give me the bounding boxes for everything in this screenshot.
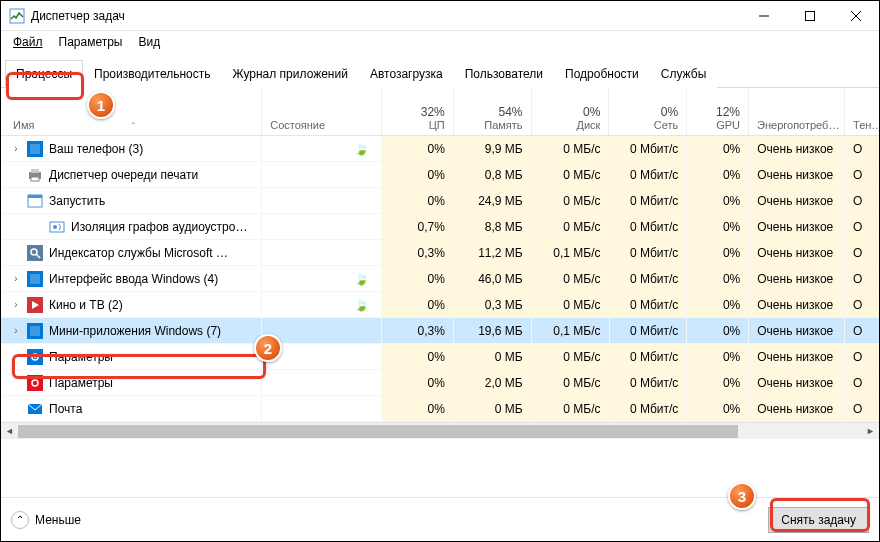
cell-disk: 0,1 МБ/с — [532, 318, 610, 343]
scroll-left-icon[interactable]: ◄ — [1, 423, 18, 440]
scroll-track[interactable] — [18, 423, 862, 439]
cell-trend: О — [845, 162, 879, 187]
col-power[interactable]: Энергопотреб… — [749, 88, 845, 135]
table-row[interactable]: Диспетчер очереди печати0%0,8 МБ0 МБ/с0 … — [1, 162, 879, 188]
cell-trend: О — [845, 188, 879, 213]
cell-power: Очень низкое — [749, 214, 845, 239]
col-trend[interactable]: Тен… — [845, 88, 879, 135]
process-icon — [27, 193, 43, 209]
process-name: Запустить — [49, 194, 105, 208]
cell-power: Очень низкое — [749, 188, 845, 213]
app-icon — [9, 8, 25, 24]
cell-state — [262, 214, 382, 239]
process-icon — [27, 141, 43, 157]
cell-disk: 0 МБ/с — [532, 188, 610, 213]
cell-gpu: 0% — [687, 214, 749, 239]
scroll-right-icon[interactable]: ► — [862, 423, 879, 440]
cell-trend: О — [845, 396, 879, 421]
cell-cpu: 0% — [382, 370, 454, 395]
cell-name: Диспетчер очереди печати — [1, 162, 262, 187]
menubar: Файл Параметры Вид — [1, 31, 879, 53]
scroll-thumb[interactable] — [18, 425, 738, 438]
table-row[interactable]: ›Мини-приложения Windows (7)0,3%19,6 МБ0… — [1, 318, 879, 344]
col-gpu[interactable]: 12% GPU — [687, 88, 749, 135]
expander-icon[interactable]: › — [9, 325, 23, 336]
cell-net: 0 Мбит/с — [610, 214, 688, 239]
table-row[interactable]: Изоляция графов аудиоустро…0,7%8,8 МБ0 М… — [1, 214, 879, 240]
cell-gpu: 0% — [687, 292, 749, 317]
expander-icon[interactable]: › — [9, 273, 23, 284]
col-cpu[interactable]: 32% ЦП — [382, 88, 454, 135]
cell-state: 🍃 — [262, 266, 382, 291]
menu-view[interactable]: Вид — [130, 33, 168, 51]
table-row[interactable]: Параметры0%0 МБ0 МБ/с0 Мбит/с0%Очень низ… — [1, 344, 879, 370]
chevron-up-icon: ⌃ — [11, 511, 29, 529]
tab-startup[interactable]: Автозагрузка — [359, 60, 454, 88]
cell-gpu: 0% — [687, 318, 749, 343]
col-name[interactable]: ⌃ Имя — [1, 88, 262, 135]
col-network[interactable]: 0% Сеть — [609, 88, 687, 135]
cell-disk: 0 МБ/с — [532, 266, 610, 291]
process-name: Ваш телефон (3) — [49, 142, 143, 156]
table-row[interactable]: Параметры0%2,0 МБ0 МБ/с0 Мбит/с0%Очень н… — [1, 370, 879, 396]
tab-performance[interactable]: Производительность — [83, 60, 221, 88]
cell-trend: О — [845, 370, 879, 395]
expander-icon[interactable]: › — [9, 143, 23, 154]
cell-disk: 0 МБ/с — [532, 162, 610, 187]
close-button[interactable] — [833, 1, 879, 31]
process-icon — [27, 323, 43, 339]
cell-name: Индексатор службы Microsoft … — [1, 240, 262, 265]
cell-gpu: 0% — [687, 162, 749, 187]
process-name: Изоляция графов аудиоустро… — [71, 220, 247, 234]
cell-net: 0 Мбит/с — [610, 370, 688, 395]
cell-power: Очень низкое — [749, 292, 845, 317]
svg-rect-9 — [31, 177, 39, 181]
titlebar: Диспетчер задач — [1, 1, 879, 31]
table-row[interactable]: ›Интерфейс ввода Windows (4)🍃0%46,0 МБ0 … — [1, 266, 879, 292]
leaf-icon: 🍃 — [354, 272, 369, 286]
table-row[interactable]: ›Ваш телефон (3)🍃0%9,9 МБ0 МБ/с0 Мбит/с0… — [1, 136, 879, 162]
cell-trend: О — [845, 292, 879, 317]
table-row[interactable]: ›Кино и ТВ (2)🍃0%0,3 МБ0 МБ/с0 Мбит/с0%О… — [1, 292, 879, 318]
tab-services[interactable]: Службы — [650, 60, 717, 88]
cell-gpu: 0% — [687, 370, 749, 395]
window-title: Диспетчер задач — [31, 9, 125, 23]
cell-state — [262, 240, 382, 265]
table-row[interactable]: Почта0%0 МБ0 МБ/с0 Мбит/с0%Очень низкоеО — [1, 396, 879, 422]
svg-rect-22 — [30, 326, 40, 336]
svg-rect-11 — [28, 195, 42, 198]
cell-disk: 0 МБ/с — [532, 214, 610, 239]
col-memory[interactable]: 54% Память — [454, 88, 532, 135]
svg-rect-14 — [27, 245, 43, 261]
horizontal-scrollbar[interactable]: ◄ ► — [1, 422, 879, 439]
minimize-button[interactable] — [741, 1, 787, 31]
expander-icon[interactable]: › — [9, 299, 23, 310]
cell-state — [262, 344, 382, 369]
menu-options[interactable]: Параметры — [51, 33, 131, 51]
cell-net: 0 Мбит/с — [610, 396, 688, 421]
end-task-button[interactable]: Снять задачу — [768, 507, 869, 533]
cell-cpu: 0,7% — [382, 214, 454, 239]
cell-trend: О — [845, 344, 879, 369]
cell-power: Очень низкое — [749, 162, 845, 187]
cell-name: Изоляция графов аудиоустро… — [1, 214, 262, 239]
tab-processes[interactable]: Процессы — [5, 60, 83, 88]
cell-mem: 46,0 МБ — [454, 266, 532, 291]
table-row[interactable]: Индексатор службы Microsoft …0,3%11,2 МБ… — [1, 240, 879, 266]
tabs: Процессы Производительность Журнал прило… — [1, 53, 879, 88]
cell-trend: О — [845, 266, 879, 291]
process-name: Диспетчер очереди печати — [49, 168, 198, 182]
cell-mem: 2,0 МБ — [454, 370, 532, 395]
cell-gpu: 0% — [687, 396, 749, 421]
fewer-details-button[interactable]: ⌃ Меньше — [11, 511, 81, 529]
tab-app-history[interactable]: Журнал приложений — [222, 60, 359, 88]
cell-mem: 0 МБ — [454, 344, 532, 369]
maximize-button[interactable] — [787, 1, 833, 31]
content: ⌃ Имя Состояние 32% ЦП 54% Память 0% Дис… — [1, 88, 879, 439]
tab-details[interactable]: Подробности — [554, 60, 650, 88]
table-row[interactable]: Запустить0%24,9 МБ0 МБ/с0 Мбит/с0%Очень … — [1, 188, 879, 214]
menu-file[interactable]: Файл — [5, 33, 51, 51]
col-disk[interactable]: 0% Диск — [532, 88, 610, 135]
col-state[interactable]: Состояние — [262, 88, 382, 135]
tab-users[interactable]: Пользователи — [454, 60, 554, 88]
